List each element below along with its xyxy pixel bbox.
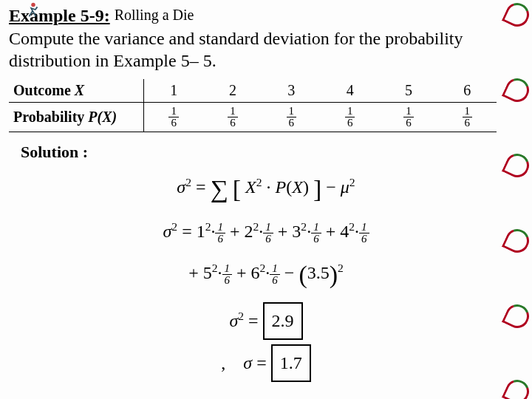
swirl-icon (502, 225, 532, 257)
swirl-icon (502, 0, 532, 30)
swirl-icon (502, 301, 532, 332)
outcome-cell: 1 (144, 79, 204, 103)
svg-point-0 (31, 3, 35, 7)
variance-value: 2.9 (263, 302, 303, 340)
formula-expansion-2: + 52·16 + 62·16 − (3.5)2 (9, 252, 523, 297)
result-standard-deviation: , σ = 1.7 (9, 344, 523, 382)
outcome-cell: 5 (379, 79, 437, 103)
std-dev-value: 1.7 (271, 344, 311, 382)
slide-header: Example 5-9: Rolling a Die (9, 6, 523, 26)
prob-cell: 16 (321, 103, 379, 132)
formula-variance-definition: σ2 = ∑ [ X2 · P(X) ] − μ2 (9, 166, 523, 211)
probability-table: Outcome X 1 2 3 4 5 6 Probability P(X) 1… (9, 79, 497, 132)
solution-math: σ2 = ∑ [ X2 · P(X) ] − μ2 σ2 = 12·16 + 2… (9, 166, 523, 382)
result-variance: σ2 = 2.9 (9, 302, 523, 340)
outcome-cell: 3 (262, 79, 321, 103)
outcome-cell: 4 (321, 79, 379, 103)
outcome-cell: 6 (438, 79, 497, 103)
prob-cell: 16 (438, 103, 497, 132)
table-row: Outcome X 1 2 3 4 5 6 (9, 79, 497, 103)
outcome-cell: 2 (203, 79, 262, 103)
solution-heading: Solution : (21, 143, 523, 162)
runner-icon (25, 1, 41, 18)
swirl-icon (502, 150, 532, 182)
problem-prompt: Compute the variance and standard deviat… (9, 27, 523, 72)
prob-cell: 16 (203, 103, 262, 132)
probability-label: Probability P(X) (9, 103, 144, 132)
swirl-icon (502, 376, 532, 399)
formula-expansion-1: σ2 = 12·16 + 22·16 + 32·16 + 42·16 (9, 216, 523, 248)
prob-cell: 16 (144, 103, 204, 132)
example-label: Example 5-9: (9, 6, 110, 25)
prob-cell: 16 (262, 103, 321, 132)
table-row: Probability P(X) 16 16 16 16 16 16 (9, 103, 497, 132)
outcome-label: Outcome X (9, 79, 144, 103)
decorative-swirls (505, 3, 529, 399)
swirl-icon (502, 75, 532, 106)
prob-cell: 16 (379, 103, 437, 132)
example-subtitle: Rolling a Die (115, 7, 194, 23)
